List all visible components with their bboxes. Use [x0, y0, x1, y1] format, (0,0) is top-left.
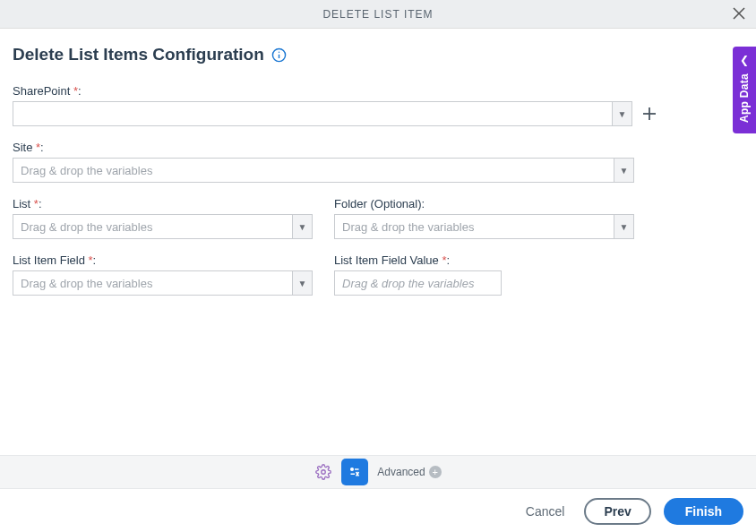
dialog-footer: Cancel Prev Finish [519, 498, 743, 525]
site-placeholder: Drag & drop the variables [13, 159, 614, 182]
list-item-field-placeholder: Drag & drop the variables [13, 271, 292, 295]
list-label: List *: [13, 197, 313, 210]
dropdown-caret-icon[interactable]: ▼ [292, 271, 312, 295]
site-select[interactable]: Drag & drop the variables ▼ [13, 158, 634, 183]
app-data-panel-toggle[interactable]: ❮ App Data [733, 47, 756, 133]
svg-point-7 [322, 470, 326, 475]
field-site: Site *: Drag & drop the variables ▼ [13, 141, 634, 183]
workflow-icon [347, 464, 363, 480]
page-title: Delete List Items Configuration [13, 45, 264, 64]
plus-circle-icon: + [429, 466, 442, 478]
advanced-toolbar: Advanced + [0, 455, 756, 489]
sharepoint-select[interactable]: ▼ [13, 101, 632, 126]
list-item-field-value-input[interactable] [334, 270, 502, 296]
field-list: List *: Drag & drop the variables ▼ [13, 197, 313, 239]
app-data-label: App Data [738, 73, 751, 123]
close-button[interactable] [729, 4, 749, 23]
dropdown-caret-icon[interactable]: ▼ [614, 159, 633, 182]
field-list-item-field: List Item Field *: Drag & drop the varia… [13, 253, 313, 296]
field-list-item-field-value: List Item Field Value *: [334, 253, 634, 296]
cancel-button[interactable]: Cancel [519, 499, 572, 524]
list-select[interactable]: Drag & drop the variables ▼ [13, 214, 313, 239]
folder-label: Folder (Optional): [334, 197, 634, 210]
info-icon[interactable] [271, 47, 288, 63]
folder-placeholder: Drag & drop the variables [335, 215, 614, 238]
workflow-button[interactable] [341, 459, 368, 485]
list-item-field-value-label: List Item Field Value *: [334, 253, 634, 267]
svg-point-4 [279, 51, 279, 52]
page-title-row: Delete List Items Configuration [13, 45, 743, 64]
dropdown-caret-icon[interactable]: ▼ [612, 102, 631, 125]
dialog-title: DELETE LIST ITEM [322, 8, 433, 21]
form-content: Delete List Items Configuration SharePoi… [0, 29, 756, 296]
advanced-toggle[interactable]: Advanced + [377, 466, 441, 478]
close-icon [733, 7, 745, 20]
svg-point-9 [351, 468, 354, 471]
field-sharepoint: SharePoint *: ▼ [13, 84, 657, 126]
site-label: Site *: [13, 141, 634, 154]
folder-select[interactable]: Drag & drop the variables ▼ [334, 214, 634, 239]
sharepoint-label: SharePoint *: [13, 84, 657, 98]
svg-rect-8 [349, 466, 362, 478]
dropdown-caret-icon[interactable]: ▼ [292, 215, 312, 238]
dialog-header: DELETE LIST ITEM [0, 0, 756, 29]
list-item-field-select[interactable]: Drag & drop the variables ▼ [13, 270, 313, 296]
field-folder: Folder (Optional): Drag & drop the varia… [334, 197, 634, 239]
add-sharepoint-button[interactable] [641, 106, 657, 122]
plus-icon [642, 107, 657, 121]
finish-button[interactable]: Finish [664, 498, 743, 525]
settings-button[interactable] [314, 463, 332, 481]
chevron-left-icon: ❮ [740, 54, 749, 66]
dropdown-caret-icon[interactable]: ▼ [614, 215, 633, 238]
list-placeholder: Drag & drop the variables [13, 215, 292, 238]
sharepoint-value [13, 102, 612, 125]
prev-button[interactable]: Prev [584, 498, 650, 525]
gear-icon [315, 464, 331, 480]
list-item-field-label: List Item Field *: [13, 253, 313, 267]
